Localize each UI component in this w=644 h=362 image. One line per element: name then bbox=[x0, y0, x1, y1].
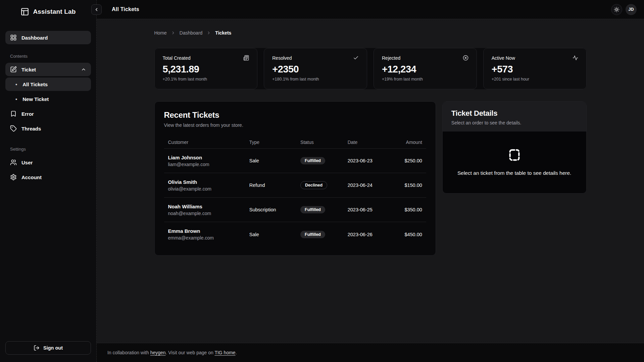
stat-value: 5,231.89 bbox=[163, 64, 249, 75]
app-logo: Assistant Lab bbox=[5, 7, 91, 16]
heygen-link[interactable]: heygen bbox=[150, 350, 166, 355]
ticket-date: 2023-06-24 bbox=[344, 183, 395, 188]
stat-caption: +180.1% from last month bbox=[272, 77, 359, 82]
stat-value: +573 bbox=[492, 64, 578, 75]
footer-text-suffix: . bbox=[236, 350, 237, 355]
stat-caption: +19% from last month bbox=[382, 77, 468, 82]
sidebar-item-user[interactable]: User bbox=[5, 156, 91, 169]
recent-tickets-panel: Recent Tickets View the latest orders fr… bbox=[154, 101, 436, 256]
check-icon bbox=[353, 55, 359, 61]
activity-icon bbox=[573, 55, 578, 61]
sidebar-item-dashboard[interactable]: Dashboard bbox=[5, 31, 91, 44]
sidebar-group-ticket[interactable]: Ticket bbox=[5, 63, 91, 76]
breadcrumb-current: Tickets bbox=[215, 30, 231, 36]
layout-grid-icon bbox=[10, 34, 17, 41]
footer: In collaboration with heygen. Visit our … bbox=[97, 343, 644, 362]
chevron-left-icon bbox=[94, 7, 99, 12]
sign-out-label: Sign out bbox=[43, 345, 63, 351]
ticket-details-title: Ticket Details bbox=[451, 109, 578, 118]
topbar: All Tickets JD bbox=[97, 0, 644, 19]
ticket-date: 2023-06-25 bbox=[344, 207, 395, 212]
chevron-right-icon bbox=[171, 31, 176, 35]
box-select-icon bbox=[508, 148, 521, 162]
x-circle-icon bbox=[463, 55, 468, 61]
column-header-amount: Amount bbox=[395, 140, 426, 145]
stat-caption: +20.1% from last month bbox=[163, 77, 249, 82]
avatar[interactable]: JD bbox=[626, 4, 637, 15]
tag-icon bbox=[10, 125, 17, 132]
logout-icon bbox=[34, 345, 40, 351]
panels-top-left-icon bbox=[20, 7, 29, 16]
breadcrumb-home[interactable]: Home bbox=[154, 30, 167, 36]
ticket-details-subtitle: Select an order to see the details. bbox=[451, 120, 578, 125]
sidebar-section-settings: Settings bbox=[10, 147, 86, 152]
tig-home-link[interactable]: TIG home bbox=[214, 350, 235, 355]
footer-text-prefix: In collaboration with bbox=[107, 350, 150, 355]
column-header-date: Date bbox=[344, 140, 395, 145]
sidebar: Assistant Lab Dashboard Contents Ticket … bbox=[0, 0, 97, 362]
stat-value: +12,234 bbox=[382, 64, 468, 75]
users-icon bbox=[10, 159, 17, 166]
sidebar-item-all-tickets[interactable]: • All Tickets bbox=[5, 77, 91, 91]
stat-label: Resolved bbox=[272, 55, 292, 61]
chevron-up-icon bbox=[81, 67, 86, 72]
stat-label: Total Created bbox=[163, 55, 191, 61]
sidebar-item-new-ticket[interactable]: • New Ticket bbox=[5, 92, 91, 106]
gear-icon bbox=[10, 174, 17, 180]
tickets-table: Customer Type Status Date Amount Liam Jo… bbox=[164, 136, 426, 247]
content-area: Home Dashboard Tickets Total Created bbox=[97, 19, 644, 343]
recent-tickets-subtitle: View the latest orders from your store. bbox=[164, 122, 426, 128]
table-row[interactable]: Noah Williams noah@example.com Subscript… bbox=[164, 198, 426, 222]
ticket-type: Sale bbox=[245, 232, 296, 237]
sidebar-item-label: All Tickets bbox=[22, 82, 48, 87]
column-header-type: Type bbox=[245, 140, 296, 145]
ticket-amount: $150.00 bbox=[395, 183, 426, 188]
stat-card-resolved: Resolved +2350 +180.1% from last month bbox=[264, 48, 367, 89]
table-row[interactable]: Olivia Smith olivia@example.com Refund D… bbox=[164, 173, 426, 198]
sidebar-item-label: Ticket bbox=[21, 67, 36, 72]
sidebar-collapse-button[interactable] bbox=[91, 4, 102, 15]
ticket-details-empty-state: Select an ticket from the table to see d… bbox=[443, 132, 586, 193]
bullet-dot: • bbox=[15, 82, 17, 87]
stat-label: Active Now bbox=[492, 55, 515, 61]
breadcrumb: Home Dashboard Tickets bbox=[154, 30, 587, 36]
ticket-details-panel: Ticket Details Select an order to see th… bbox=[442, 101, 587, 194]
customer-email: noah@example.com bbox=[168, 211, 241, 216]
theme-toggle-button[interactable] bbox=[611, 4, 622, 15]
stat-caption: +201 since last hour bbox=[492, 77, 578, 82]
main-column: All Tickets JD Home Dashboard Tickets bbox=[97, 0, 644, 362]
customer-name: Emma Brown bbox=[168, 228, 241, 234]
sidebar-item-label: Dashboard bbox=[21, 35, 48, 41]
ticket-amount: $250.00 bbox=[395, 158, 426, 163]
table-header-row: Customer Type Status Date Amount bbox=[164, 136, 426, 149]
table-row[interactable]: Emma Brown emma@example.com Sale Fulfill… bbox=[164, 222, 426, 247]
ticket-amount: $450.00 bbox=[395, 232, 426, 237]
square-pen-icon bbox=[10, 66, 17, 73]
sidebar-item-error[interactable]: Error bbox=[5, 107, 91, 120]
breadcrumb-dashboard[interactable]: Dashboard bbox=[180, 30, 203, 36]
sidebar-item-label: Threads bbox=[21, 126, 41, 132]
bullet-dot: • bbox=[15, 97, 17, 102]
page-title: All Tickets bbox=[112, 6, 139, 12]
sidebar-item-account[interactable]: Account bbox=[5, 170, 91, 184]
table-row[interactable]: Liam Johnson liam@example.com Sale Fulfi… bbox=[164, 149, 426, 173]
sign-out-button[interactable]: Sign out bbox=[5, 341, 91, 355]
ticket-details-header: Ticket Details Select an order to see th… bbox=[443, 102, 586, 132]
customer-email: olivia@example.com bbox=[168, 186, 241, 192]
sidebar-section-contents: Contents bbox=[10, 54, 86, 59]
recent-tickets-title: Recent Tickets bbox=[164, 110, 426, 120]
ticket-amount: $350.00 bbox=[395, 207, 426, 212]
sidebar-item-threads[interactable]: Threads bbox=[5, 122, 91, 135]
stat-card-active-now: Active Now +573 +201 since last hour bbox=[483, 48, 587, 89]
ticket-type: Refund bbox=[245, 183, 296, 188]
ticket-date: 2023-06-23 bbox=[344, 158, 395, 163]
stat-value: +2350 bbox=[272, 64, 359, 75]
chevron-right-icon bbox=[206, 31, 211, 35]
receipt-icon bbox=[243, 55, 249, 61]
empty-state-text: Select an ticket from the table to see d… bbox=[457, 169, 571, 177]
customer-name: Olivia Smith bbox=[168, 179, 241, 185]
customer-email: emma@example.com bbox=[168, 235, 241, 241]
app-title: Assistant Lab bbox=[33, 8, 76, 15]
bookmark-icon bbox=[10, 110, 17, 117]
panels-row: Recent Tickets View the latest orders fr… bbox=[154, 101, 587, 256]
